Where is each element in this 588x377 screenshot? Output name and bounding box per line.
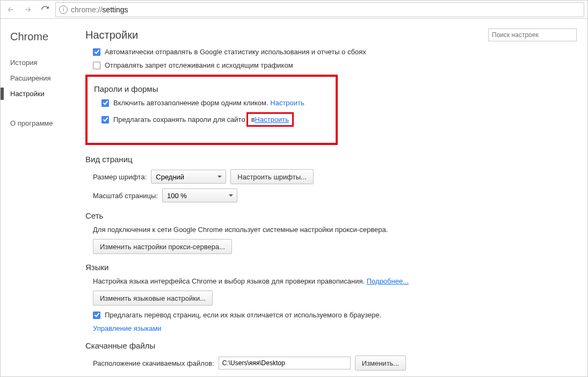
download-location-input[interactable] xyxy=(219,357,351,369)
section-downloads-title: Скачанные файлы xyxy=(85,341,577,350)
autofill-checkbox[interactable] xyxy=(101,99,109,107)
url-scheme: chrome:// xyxy=(71,5,102,14)
do-not-track-checkbox[interactable] xyxy=(93,62,100,69)
page-zoom-select[interactable]: 100 % xyxy=(162,189,237,202)
forward-button[interactable] xyxy=(21,3,35,17)
sidebar-item-about[interactable]: О программе xyxy=(10,115,81,131)
settings-search-input[interactable] xyxy=(488,28,577,41)
settings-main: Настройки Автоматически отправлять в Goo… xyxy=(81,19,587,376)
autofill-label: Включить автозаполнение форм одним клико… xyxy=(113,99,268,107)
languages-desc: Настройка языка интерфейса Chrome и выбо… xyxy=(93,277,365,285)
section-appearance-title: Вид страниц xyxy=(85,155,577,164)
sidebar-item-history[interactable]: История xyxy=(10,55,81,70)
back-button[interactable] xyxy=(4,3,18,17)
reload-button[interactable] xyxy=(38,3,52,17)
browser-toolbar: i chrome://settings xyxy=(1,1,587,19)
page-title: Настройки xyxy=(85,29,488,41)
sidebar-item-extensions[interactable]: Расширения xyxy=(10,70,81,86)
save-passwords-label-a: Предлагать сохранять пароли для сайто xyxy=(113,115,245,124)
customize-fonts-button[interactable]: Настроить шрифты... xyxy=(230,169,314,184)
section-languages-title: Языки xyxy=(85,263,577,272)
sidebar-item-settings[interactable]: Настройки xyxy=(10,86,81,102)
address-bar[interactable]: i chrome://settings xyxy=(55,2,584,17)
site-info-icon[interactable]: i xyxy=(59,5,68,14)
change-download-location-button[interactable]: Изменить... xyxy=(355,356,406,371)
page-zoom-label: Масштаб страницы: xyxy=(93,192,158,200)
language-settings-button[interactable]: Изменить языковые настройки... xyxy=(93,291,213,306)
url-path: settings xyxy=(102,5,128,14)
proxy-settings-button[interactable]: Изменить настройки прокси-сервера... xyxy=(93,239,232,254)
section-passwords-title: Пароли и формы xyxy=(94,84,329,93)
section-network-title: Сеть xyxy=(85,211,577,220)
sidebar: Chrome История Расширения Настройки О пр… xyxy=(1,19,81,376)
download-location-label: Расположение скачиваемых файлов: xyxy=(93,359,214,367)
manage-languages-link[interactable]: Управление языками xyxy=(93,324,162,332)
autofill-configure-link[interactable]: Настроить xyxy=(270,99,304,107)
passwords-configure-link[interactable]: Настроить xyxy=(255,115,289,124)
send-stats-label: Автоматически отправлять в Google статис… xyxy=(105,48,366,56)
passwords-configure-highlight: в Настроить xyxy=(246,112,294,127)
save-passwords-checkbox[interactable] xyxy=(101,116,109,124)
save-passwords-label-b: в xyxy=(251,115,255,124)
translate-label: Предлагать перевод страниц, если их язык… xyxy=(105,311,381,319)
translate-checkbox[interactable] xyxy=(93,311,100,319)
font-size-select[interactable]: Средний xyxy=(151,170,226,184)
brand-title: Chrome xyxy=(10,31,81,43)
font-size-label: Размер шрифта: xyxy=(93,173,147,181)
network-desc: Для подключения к сети Google Chrome исп… xyxy=(93,226,577,234)
languages-learn-more-link[interactable]: Подробнее... xyxy=(367,277,409,285)
do-not-track-label: Отправлять запрет отслеживания с исходящ… xyxy=(105,61,293,69)
send-stats-checkbox[interactable] xyxy=(93,48,100,56)
passwords-highlight: Пароли и формы Включить автозаполнение ф… xyxy=(85,75,338,145)
